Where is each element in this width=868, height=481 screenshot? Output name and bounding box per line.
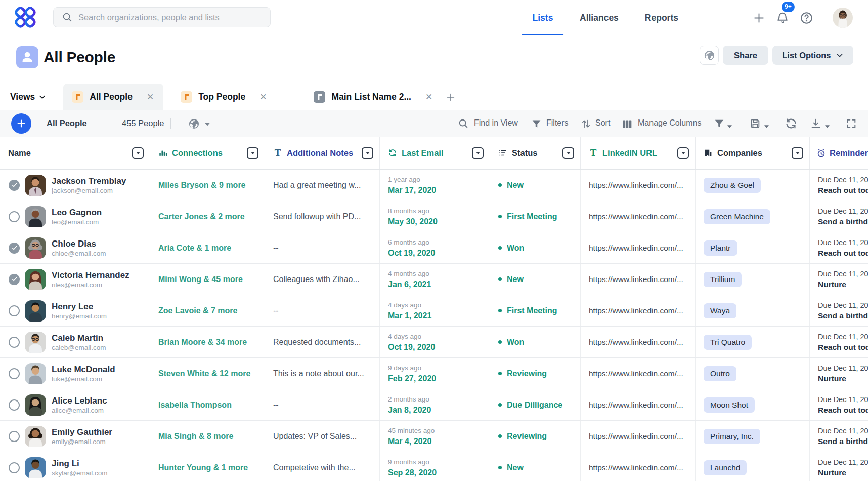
svg-text:T: T: [590, 148, 597, 158]
svg-text:T: T: [275, 148, 281, 158]
